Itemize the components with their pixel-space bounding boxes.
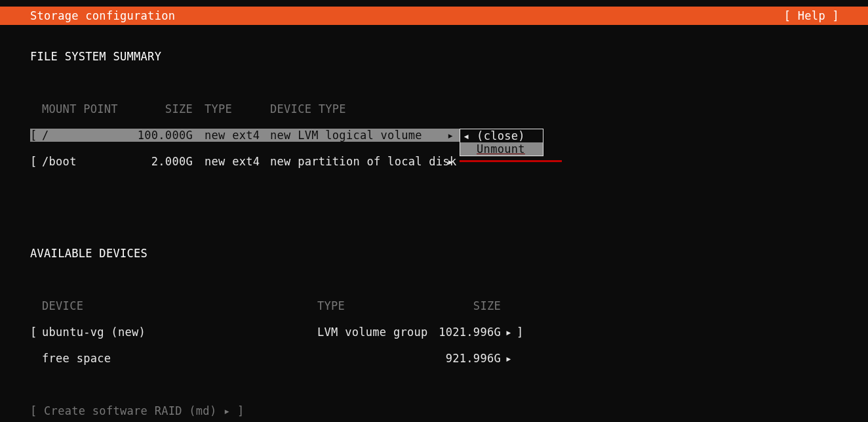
- available-heading: AVAILABLE DEVICES: [30, 247, 838, 260]
- avail-row-free[interactable]: free space921.996G▸: [30, 352, 838, 365]
- available-cols: DEVICETYPESIZE: [30, 299, 838, 312]
- header-bar: Storage configuration [ Help ]: [0, 7, 868, 25]
- help-button[interactable]: [ Help ]: [784, 9, 839, 22]
- menu-close[interactable]: ◂ (close): [460, 129, 543, 142]
- context-menu: ◂ (close) Unmount: [460, 129, 543, 156]
- fs-summary-cols: MOUNT POINTSIZETYPEDEVICE TYPE: [30, 102, 838, 116]
- chevron-right-icon: ▸: [501, 326, 517, 339]
- chevron-right-icon: ▸: [447, 129, 454, 142]
- create-raid-button[interactable]: [ Create software RAID (md) ▸ ]: [30, 404, 838, 417]
- avail-row-vg[interactable]: [ubuntu-vg (new)LVM volume group1021.996…: [30, 326, 838, 339]
- fs-row-root[interactable]: [/100.000Gnew ext4new LVM logical volume…: [30, 129, 838, 142]
- chevron-left-icon: ◂: [463, 129, 470, 142]
- menu-unmount[interactable]: Unmount: [460, 142, 543, 156]
- page-title: Storage configuration: [30, 9, 175, 22]
- fs-row-boot[interactable]: [/boot2.000Gnew ext4new partition of loc…: [30, 155, 838, 168]
- fs-summary-heading: FILE SYSTEM SUMMARY: [30, 50, 838, 63]
- annotation-underline: [460, 160, 562, 162]
- chevron-right-icon: ▸: [447, 155, 454, 168]
- chevron-right-icon: ▸: [501, 352, 517, 365]
